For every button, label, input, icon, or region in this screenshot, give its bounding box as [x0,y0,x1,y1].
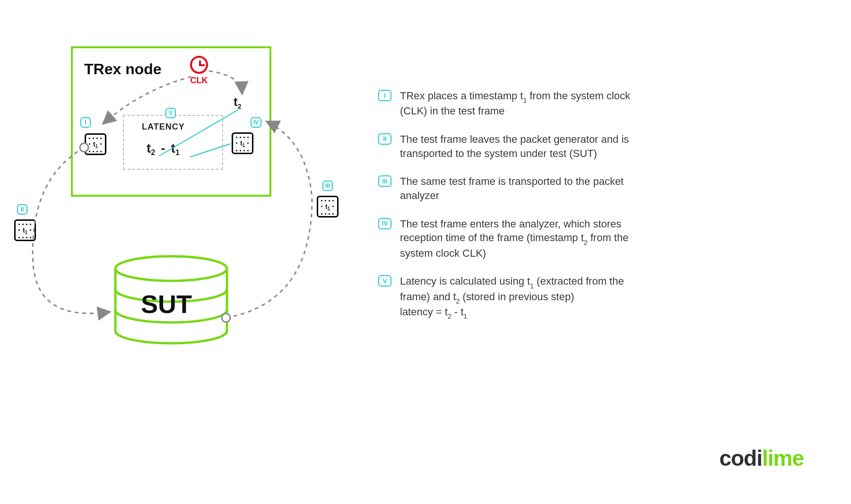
latency-formula: t2 - t1 [147,141,180,156]
frame-chip-inbound: t1 [317,196,339,217]
step-text: The same test frame is transported to th… [400,174,652,202]
step-badge: V [378,275,391,287]
steps-list: I TRex places a timestamp t1 from the sy… [378,89,652,334]
step-badge: III [378,175,391,187]
step-text: TRex places a timestamp t1 from the syst… [400,89,652,118]
sut-label: SUT [141,289,192,319]
frame-chip-generator: t1 [85,133,106,155]
badge-V-diagram: V [165,108,176,118]
svg-point-0 [115,256,227,281]
latency-title: LATENCY [142,122,185,132]
badge-I-diagram: I [80,117,91,128]
clock-label: CLK [190,76,208,86]
step-row: II The test frame leaves the packet gene… [378,132,652,160]
step-row: I TRex places a timestamp t1 from the sy… [378,89,652,118]
frame-chip-outbound: t1 [14,219,36,241]
step-badge: II [378,133,391,145]
t2-label: t2 [234,95,241,109]
step-row: V Latency is calculated using t1 (extrac… [378,274,652,320]
step-badge: IV [378,218,391,229]
step-badge: I [378,90,391,101]
trex-title: TRex node [84,61,162,78]
step-text: The test frame enters the analyzer, whic… [400,217,652,261]
svg-point-2 [222,313,230,322]
step-text: The test frame leaves the packet generat… [400,132,652,160]
step-text: Latency is calculated using t1 (extracte… [400,274,652,320]
badge-III-diagram: III [322,181,333,191]
codilime-logo: codilime [719,445,804,471]
badge-II-diagram: II [17,204,27,215]
badge-IV-diagram: IV [251,117,261,128]
frame-chip-analyzer: t1 [232,132,253,154]
step-row: IV The test frame enters the analyzer, w… [378,217,652,261]
clock-block: CLK [190,56,208,86]
step-row: III The same test frame is transported t… [378,174,652,202]
clock-icon [190,56,208,74]
